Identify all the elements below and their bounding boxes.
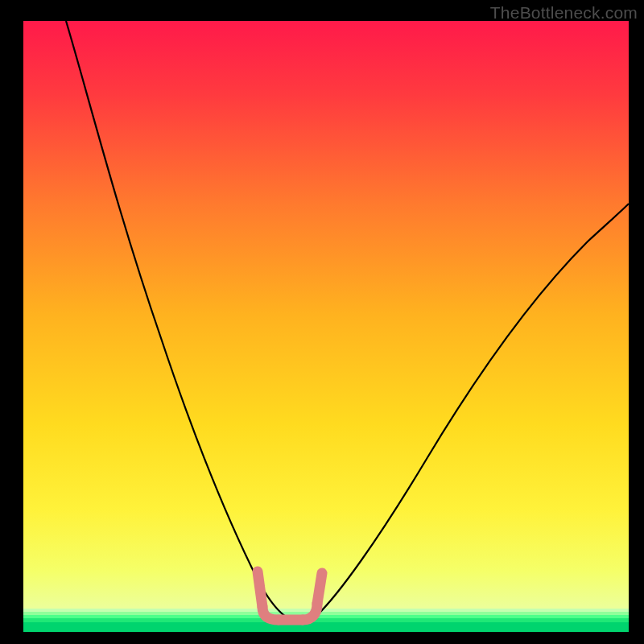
svg-rect-5: [23, 622, 629, 632]
svg-rect-3: [23, 615, 629, 618]
svg-rect-2: [23, 612, 629, 615]
svg-rect-4: [23, 618, 629, 622]
bottom-green-band: [23, 609, 629, 632]
watermark-text: TheBottleneck.com: [490, 3, 638, 23]
svg-rect-1: [23, 609, 629, 612]
gradient-background: [23, 21, 629, 632]
chart-svg: [0, 0, 644, 644]
chart-container: TheBottleneck.com: [0, 0, 644, 644]
